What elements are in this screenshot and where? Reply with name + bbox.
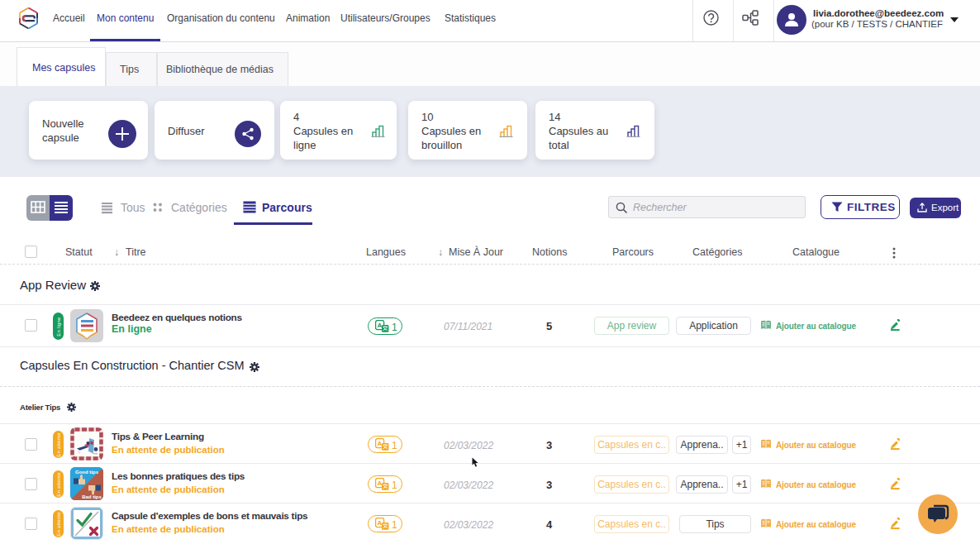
svg-text:Good tips: Good tips <box>75 470 99 475</box>
svg-text:A: A <box>378 322 383 329</box>
svg-text:Bad tips: Bad tips <box>82 494 102 499</box>
svg-text:A: A <box>378 480 383 487</box>
svg-text:A: A <box>378 519 383 527</box>
svg-text:A: A <box>378 440 383 447</box>
